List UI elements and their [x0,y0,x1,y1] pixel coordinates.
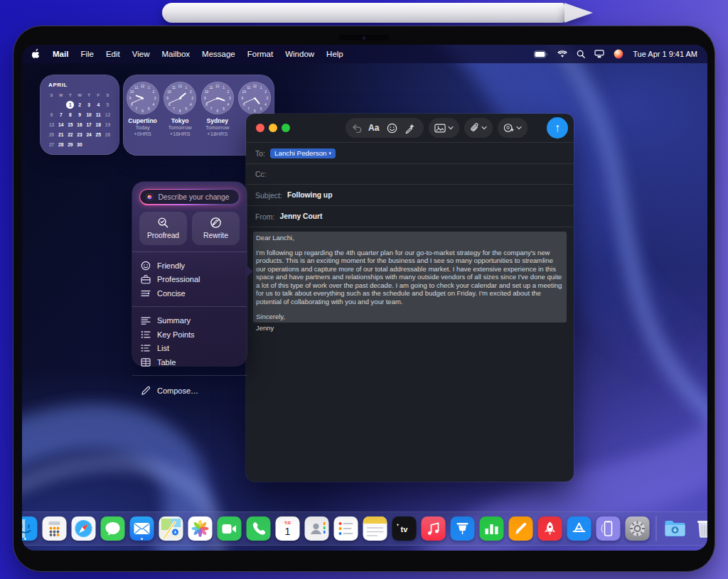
phone-icon [252,521,266,536]
dock-pages[interactable] [509,516,533,541]
dock-keynote[interactable] [451,516,475,541]
calendar-weekday: S [103,90,112,99]
window-titlebar[interactable]: Aa [246,114,574,142]
dock-safari[interactable] [72,516,96,541]
music-icon [427,521,441,536]
body-greeting: Dear Lanchi, [256,234,564,242]
from-field[interactable]: From: Jenny Court [246,205,574,227]
hour-hand [217,97,225,102]
siri-icon[interactable] [614,49,623,59]
dock-tv[interactable]: tv [392,516,417,541]
minimize-window-button[interactable] [269,124,277,132]
send-button[interactable]: ↑ [547,117,568,139]
dock-notes[interactable] [363,516,387,541]
clock-day-label: Today [135,124,149,131]
menu-mail[interactable]: Mail [53,50,68,58]
menu-message[interactable]: Message [202,50,235,58]
dock-contacts[interactable] [305,516,329,541]
attach-file-button[interactable] [464,118,493,138]
dock-numbers[interactable] [480,516,504,541]
writing-option-friendly[interactable]: Friendly [132,259,247,273]
calendar-widget[interactable]: APRIL SMTWTFS123456789101112131415161718… [40,75,119,155]
writing-tools-button[interactable] [402,123,417,134]
writing-option-key-points[interactable]: Key Points [132,328,247,342]
trash-icon [696,519,708,539]
dock-finder[interactable] [22,516,38,541]
body-signature: Jenny [253,323,567,332]
world-clock-sydney: 123456789101112SydneyTomorrow+18HRS [200,82,235,138]
clock-number: 2 [263,89,269,94]
dock-calculator[interactable] [43,516,67,541]
menu-clock[interactable]: Tue Apr 1 9:41 AM [633,50,697,58]
calendar-day: 26 [103,130,112,139]
undo-button[interactable] [352,124,363,133]
cc-field[interactable]: Cc: [246,163,574,184]
apple-logo-icon [32,48,41,58]
dock-iphone-mirroring[interactable] [596,516,621,541]
dock-facetime[interactable] [218,516,242,541]
battery-icon[interactable] [534,50,548,58]
selected-text: Dear Lanchi, I'm following up regarding … [253,232,567,323]
insert-from-device-button[interactable] [498,118,528,138]
dock-app-store[interactable] [567,516,592,541]
proofread-button[interactable]: Proofread [139,212,187,245]
dock-settings[interactable] [626,516,650,541]
dock-downloads[interactable] [663,516,687,541]
dock-reminders[interactable] [334,516,358,541]
dock-phone[interactable] [247,516,271,541]
menu-help[interactable]: Help [326,50,343,58]
clock-number: 11 [171,85,176,90]
writing-option-concise[interactable]: Concise [132,286,247,301]
insert-media-button[interactable] [429,118,459,138]
message-body[interactable]: Dear Lanchi, I'm following up regarding … [246,227,574,337]
menu-edit[interactable]: Edit [106,50,120,58]
dock-trash[interactable] [692,516,708,541]
to-field[interactable]: To: Lanchi Pederson ▾ [246,142,574,163]
menu-file[interactable]: File [80,50,94,58]
writing-option-professional[interactable]: Professional [132,272,247,286]
tv-icon: tv [396,523,413,534]
rewrite-button[interactable]: Rewrite [192,212,240,245]
zoom-window-button[interactable] [282,124,290,132]
dock-music[interactable] [422,516,446,541]
emoji-button[interactable] [385,123,400,134]
recipient-token[interactable]: Lanchi Pederson ▾ [270,148,336,158]
finder-icon [22,519,35,538]
calendar-weekday: W [75,90,84,99]
writing-option-table[interactable]: Table [132,355,247,369]
svg-text:tv: tv [401,525,409,534]
wifi-icon[interactable] [557,50,567,58]
option-label: Table [157,358,176,367]
menu-format[interactable]: Format [247,50,273,58]
close-window-button[interactable] [256,124,264,132]
dock-mail[interactable] [130,516,154,541]
clock-day-label: Tomorrow [168,124,192,131]
display-mirroring-icon[interactable] [594,50,604,58]
calendar-day: 13 [47,120,56,129]
dock-rocket[interactable] [538,516,562,541]
dock-maps[interactable] [159,516,183,541]
menu-view[interactable]: View [132,50,150,58]
search-icon[interactable] [577,50,585,58]
reminders-icon [338,520,355,537]
writing-option-list[interactable]: List [132,341,247,355]
calendar-day [56,100,65,109]
text-format-button[interactable]: Aa [365,123,382,133]
subject-field[interactable]: Subject: Following up [246,184,574,205]
clock-number: 6 [252,108,257,114]
calendar-day: 23 [75,130,84,139]
dock-calendar[interactable]: TUE1 [276,516,300,541]
writing-option-compose[interactable]: Compose… [132,382,247,399]
clock-face: 123456789101112 [238,82,271,114]
menu-mailbox[interactable]: Mailbox [161,50,190,58]
dock-messages[interactable] [101,516,125,541]
writing-option-summary[interactable]: Summary [132,313,247,328]
photos-icon [191,519,210,538]
menu-window[interactable]: Window [285,50,314,58]
calendar-day: 4 [94,100,103,109]
apple-menu[interactable] [32,48,41,60]
ipad-frame: Mail File Edit View Mailbox Message Form… [13,26,715,572]
dock-photos[interactable] [188,516,213,541]
describe-change-input[interactable]: Describe your change [140,190,238,204]
clock-city-label: Cupertino [128,117,157,124]
